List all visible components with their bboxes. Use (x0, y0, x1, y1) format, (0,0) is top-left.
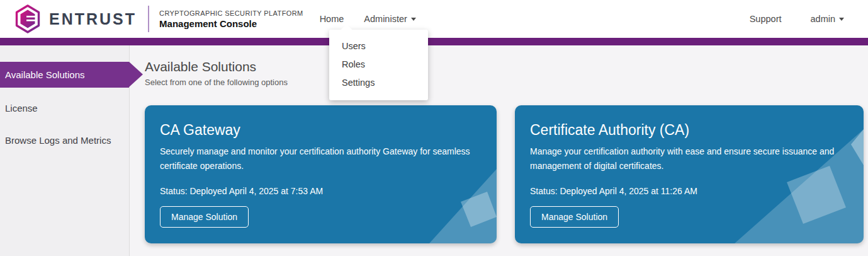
card-ca-gateway: CA Gateway Securely manage and monitor y… (145, 105, 497, 243)
page-title: Available Solutions (145, 59, 868, 74)
menu-item-users[interactable]: Users (329, 37, 428, 55)
card-description: Manage your certification authority with… (530, 144, 847, 173)
sidebar-item-available-solutions[interactable]: Available Solutions (0, 62, 129, 88)
platform-label: CRYPTOGRAPHIC SECURITY PLATFORM (159, 9, 303, 17)
manage-solution-button[interactable]: Manage Solution (530, 206, 619, 228)
menu-item-settings[interactable]: Settings (329, 74, 428, 92)
nav-admin-menu[interactable]: admin (811, 14, 845, 24)
nav-admin-label: admin (811, 14, 836, 24)
nav-home[interactable]: Home (320, 14, 344, 24)
chevron-down-icon (839, 18, 844, 21)
brand-wordmark: ENTRUST (49, 10, 137, 28)
sidebar-item-license[interactable]: License (0, 95, 129, 121)
sidebar: Available Solutions License Browse Logs … (0, 45, 130, 256)
solution-cards: CA Gateway Securely manage and monitor y… (145, 105, 868, 243)
brand-divider (148, 6, 149, 32)
right-nav: Support admin (750, 14, 844, 24)
card-certificate-authority: Certificate Authority (CA) Manage your c… (515, 105, 864, 243)
brand-logo[interactable]: ENTRUST (14, 4, 137, 34)
entrust-logo-icon (14, 4, 42, 34)
accent-bar (0, 38, 868, 45)
card-status: Status: Deployed April 4, 2025 at 7:53 A… (160, 186, 480, 196)
card-title: CA Gateway (160, 122, 480, 139)
console-label: Management Console (159, 18, 303, 29)
content-area: Available Solutions License Browse Logs … (0, 45, 868, 256)
chevron-down-icon (411, 18, 416, 21)
main-nav: Home Administer (320, 14, 416, 24)
manage-solution-button[interactable]: Manage Solution (160, 206, 249, 228)
card-status: Status: Deployed April 4, 2025 at 11:26 … (530, 186, 847, 196)
nav-administer-label: Administer (364, 14, 407, 24)
administer-dropdown-menu: Users Roles Settings (329, 30, 428, 100)
card-description: Securely manage and monitor your certifi… (160, 144, 480, 173)
sidebar-item-browse-logs-and-metrics[interactable]: Browse Logs and Metrics (0, 127, 129, 153)
product-title: CRYPTOGRAPHIC SECURITY PLATFORM Manageme… (159, 9, 303, 29)
nav-support[interactable]: Support (750, 14, 782, 24)
page-subtitle: Select from one of the following options (145, 78, 868, 87)
card-title: Certificate Authority (CA) (530, 122, 847, 139)
header: ENTRUST CRYPTOGRAPHIC SECURITY PLATFORM … (0, 0, 868, 38)
menu-item-roles[interactable]: Roles (329, 55, 428, 74)
main-panel: Available Solutions Select from one of t… (130, 45, 868, 256)
nav-administer[interactable]: Administer (364, 14, 416, 24)
